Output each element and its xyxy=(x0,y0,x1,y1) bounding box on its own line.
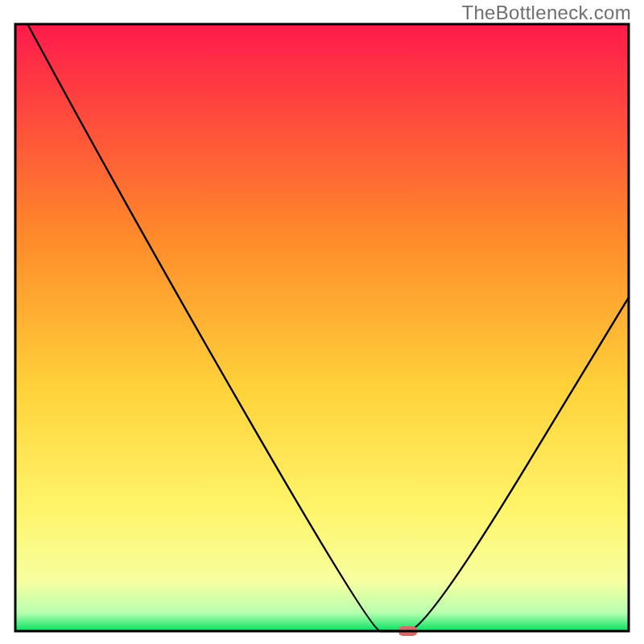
chart-container: TheBottleneck.com xyxy=(0,0,644,644)
svg-rect-0 xyxy=(15,24,629,631)
watermark-text: TheBottleneck.com xyxy=(461,2,631,24)
bottleneck-chart xyxy=(0,0,644,644)
